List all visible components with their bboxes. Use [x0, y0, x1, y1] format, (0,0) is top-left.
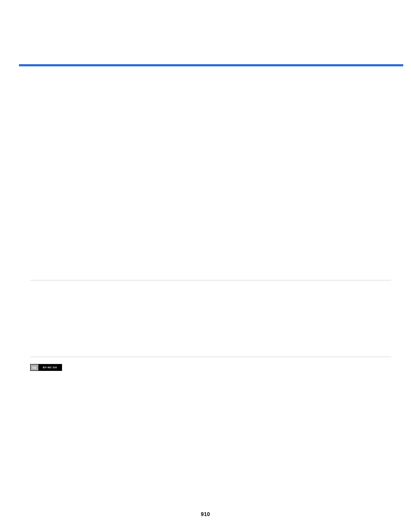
- header-rule: [19, 64, 403, 66]
- page-number: 910: [0, 511, 411, 517]
- cc-logo-text: cc: [32, 366, 37, 370]
- divider-rule-upper: [30, 280, 391, 280]
- cc-logo-part: cc: [31, 364, 38, 370]
- cc-terms-part: BY-NC-SA: [38, 364, 62, 370]
- cc-terms-text: BY-NC-SA: [43, 366, 57, 369]
- divider-rule-lower: [30, 357, 391, 357]
- cc-license-badge: cc BY-NC-SA: [30, 364, 62, 371]
